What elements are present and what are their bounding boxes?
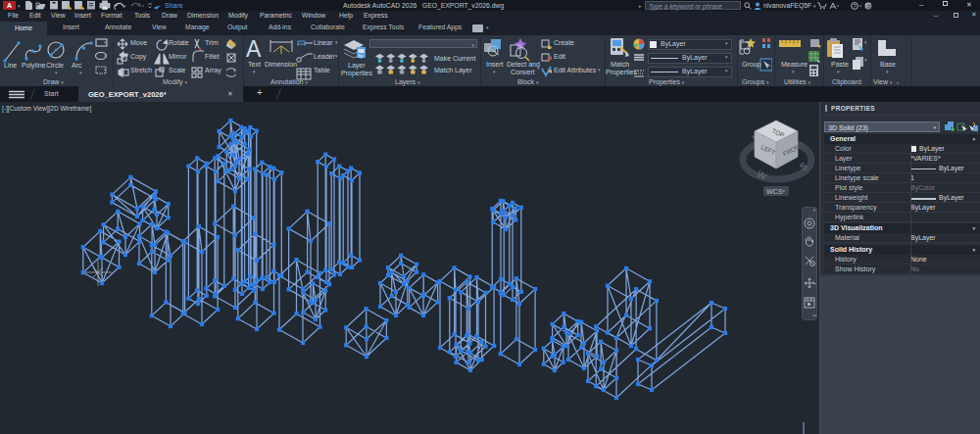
- svg-text:by: by: [359, 54, 365, 59]
- svg-text:▾: ▾: [782, 188, 785, 194]
- svg-text:@: @: [866, 3, 872, 9]
- svg-text:A: A: [246, 37, 262, 62]
- svg-text:?: ?: [854, 3, 857, 9]
- svg-text:WCS: WCS: [766, 188, 783, 195]
